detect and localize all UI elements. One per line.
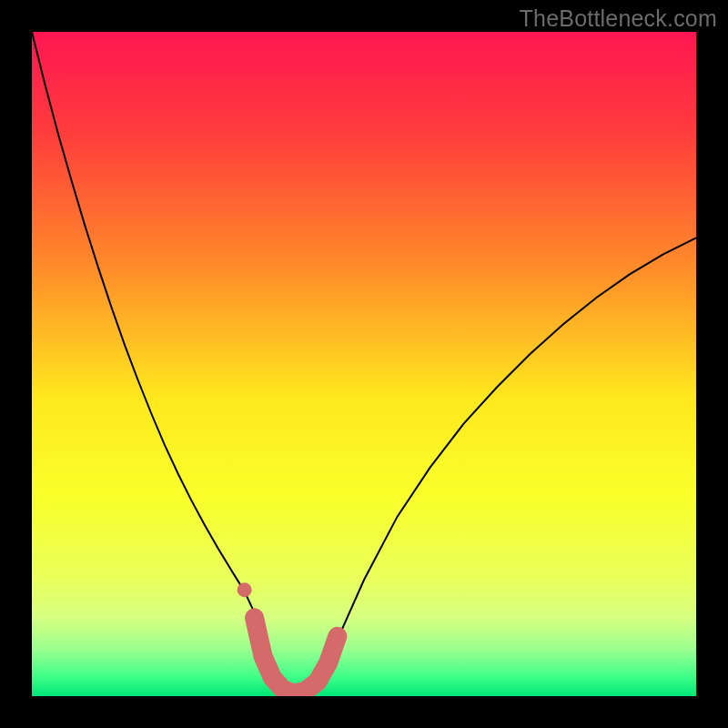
chart-svg [32, 32, 696, 696]
watermark-text: TheBottleneck.com [520, 5, 717, 32]
chart-frame: TheBottleneck.com [0, 0, 728, 728]
plot-area [32, 32, 696, 696]
outlier-dot [238, 582, 252, 597]
outlier-marker-group [238, 582, 252, 597]
